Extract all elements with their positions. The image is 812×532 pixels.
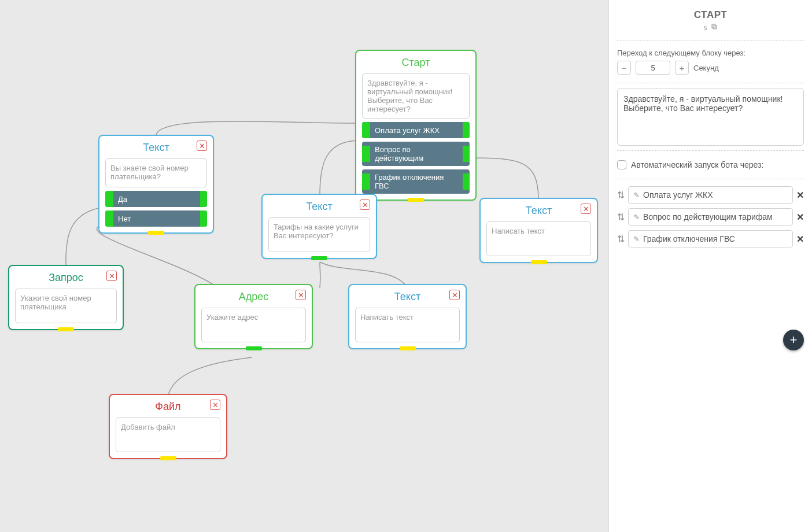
close-icon[interactable]: ✕ <box>449 290 460 300</box>
close-icon[interactable]: ✕ <box>360 200 370 210</box>
copy-icon[interactable] <box>711 23 718 32</box>
sidebar: СТАРТ s Переход к следующему блоку через… <box>608 0 812 532</box>
node-port[interactable] <box>400 346 416 350</box>
sidebar-subtitle: s <box>609 23 812 32</box>
close-icon[interactable]: ✕ <box>581 204 591 214</box>
node-option-no[interactable]: Нет <box>105 210 207 227</box>
transition-label: Переход к следующему блоку через: <box>617 49 804 57</box>
node-title: Запрос <box>15 272 117 284</box>
close-icon[interactable]: ✕ <box>210 400 220 410</box>
node-text[interactable]: Укажите свой номер плательщика <box>15 289 117 323</box>
drag-handle-icon[interactable]: ⇅ <box>617 212 625 223</box>
message-textarea[interactable]: Здравствуйте, я - виртуальный помощник! … <box>617 88 804 146</box>
node-option-yes[interactable]: Да <box>105 191 207 207</box>
node-text[interactable]: Здравствуйте, я - виртуальный помощник! … <box>362 73 470 119</box>
seconds-input[interactable] <box>636 61 670 75</box>
autostart-checkbox[interactable] <box>617 160 626 169</box>
canvas[interactable]: Старт Здравствуйте, я - виртуальный помо… <box>0 16 608 532</box>
node-text3[interactable]: ✕ Текст Написать текст <box>479 198 598 263</box>
option-box[interactable]: ✎Оплата услуг ЖКХ <box>628 186 793 204</box>
node-text[interactable]: Укажите адрес <box>201 308 306 342</box>
node-text2[interactable]: ✕ Текст Тарифы на какие услуги Вас интер… <box>261 194 377 259</box>
node-port[interactable] <box>531 260 547 264</box>
node-title: Текст <box>355 291 460 303</box>
node-request[interactable]: ✕ Запрос Укажите свой номер плательщика <box>8 265 124 330</box>
node-option-1[interactable]: Оплата услуг ЖКХ <box>362 122 470 138</box>
add-option-button[interactable]: + <box>783 330 804 350</box>
node-start[interactable]: Старт Здравствуйте, я - виртуальный помо… <box>355 50 477 201</box>
pencil-icon: ✎ <box>633 235 640 243</box>
node-text[interactable]: Написать текст <box>486 221 591 256</box>
seconds-minus-button[interactable]: − <box>617 61 631 75</box>
node-text[interactable]: Добавить файл <box>116 418 220 452</box>
close-icon[interactable]: ✕ <box>106 271 117 281</box>
delete-option-button[interactable]: ✕ <box>796 212 804 223</box>
node-title: Файл <box>116 401 220 413</box>
seconds-plus-button[interactable]: + <box>675 61 689 75</box>
node-port[interactable] <box>311 256 327 260</box>
option-box[interactable]: ✎Вопрос по действующим тарифам <box>628 208 793 226</box>
svg-rect-8 <box>712 24 715 28</box>
node-port[interactable] <box>148 231 164 235</box>
node-title: Текст <box>268 201 370 213</box>
svg-rect-7 <box>713 25 717 29</box>
close-icon[interactable]: ✕ <box>197 141 207 151</box>
option-row-3: ⇅ ✎График отключения ГВС ✕ <box>609 228 812 250</box>
pencil-icon: ✎ <box>633 191 640 200</box>
node-file[interactable]: ✕ Файл Добавить файл <box>109 394 227 459</box>
node-title: Старт <box>362 57 470 69</box>
node-text[interactable]: Написать текст <box>355 308 460 342</box>
delete-option-button[interactable]: ✕ <box>796 190 804 201</box>
node-text4[interactable]: ✕ Текст Написать текст <box>348 284 467 349</box>
option-box[interactable]: ✎График отключения ГВС <box>628 230 793 247</box>
drag-handle-icon[interactable]: ⇅ <box>617 234 625 245</box>
node-port[interactable] <box>160 456 176 460</box>
node-title: Текст <box>486 205 591 217</box>
node-port[interactable] <box>408 198 424 202</box>
seconds-unit: Секунд <box>693 64 719 72</box>
option-row-2: ⇅ ✎Вопрос по действующим тарифам ✕ <box>609 206 812 228</box>
node-title: Текст <box>105 142 207 154</box>
node-address[interactable]: ✕ Адрес Укажите адрес <box>194 284 313 349</box>
sidebar-title: СТАРТ <box>609 9 812 21</box>
node-option-3[interactable]: График отключения ГВС <box>362 169 470 194</box>
node-title: Адрес <box>201 291 306 303</box>
node-port[interactable] <box>246 346 262 350</box>
node-text[interactable]: Тарифы на какие услуги Вас интересуют? <box>268 217 370 252</box>
delete-option-button[interactable]: ✕ <box>796 234 804 245</box>
node-text[interactable]: Вы знаете свой номер плательщика? <box>105 158 207 187</box>
node-port[interactable] <box>58 327 74 331</box>
pencil-icon: ✎ <box>633 213 640 221</box>
close-icon[interactable]: ✕ <box>296 290 306 300</box>
autostart-label: Автоматический запуск бота через: <box>631 160 763 169</box>
option-row-1: ⇅ ✎Оплата услуг ЖКХ ✕ <box>609 184 812 206</box>
drag-handle-icon[interactable]: ⇅ <box>617 190 625 201</box>
node-text1[interactable]: ✕ Текст Вы знаете свой номер плательщика… <box>98 135 214 234</box>
node-option-2[interactable]: Вопрос по действующим <box>362 142 470 166</box>
